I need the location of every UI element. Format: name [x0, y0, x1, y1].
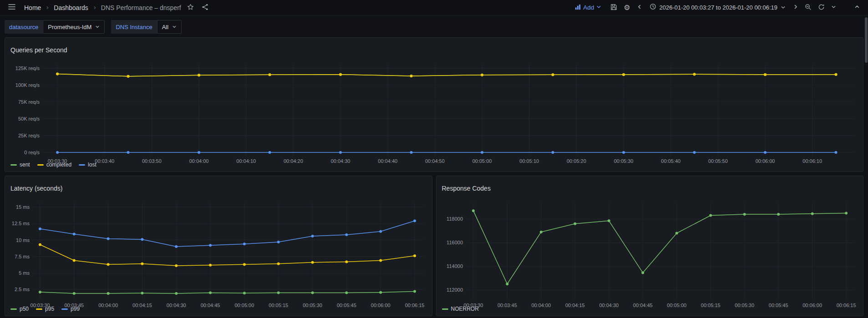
series-point-p50 — [175, 292, 178, 295]
series-point-completed — [835, 73, 838, 76]
series-point-p99 — [379, 230, 382, 233]
x-tick-label: 00:04:20 — [284, 158, 303, 164]
series-point-completed — [269, 73, 271, 76]
x-tick-label: 00:04:15 — [565, 303, 584, 308]
panel-title[interactable]: Queries per Second — [5, 43, 863, 55]
series-line-p50 — [40, 292, 415, 293]
refresh-interval-dropdown[interactable] — [829, 2, 838, 13]
series-point-NOERROR — [574, 222, 576, 225]
zoom-out-time-button[interactable] — [803, 2, 813, 14]
y-tick-label: 125K req/s — [15, 66, 40, 71]
chevron-right-icon — [45, 5, 50, 10]
series-point-lost — [56, 151, 59, 154]
series-point-NOERROR — [845, 212, 848, 215]
series-point-p95 — [311, 261, 314, 264]
add-panel-button[interactable]: Add — [572, 2, 604, 13]
qps-chart[interactable]: 00:03:3000:03:4000:03:5000:04:0000:04:10… — [5, 60, 863, 161]
series-point-p50 — [413, 290, 416, 293]
series-point-completed — [764, 73, 766, 76]
latency-chart[interactable]: 00:03:3000:03:4500:04:0000:04:1500:04:30… — [5, 198, 432, 305]
series-point-p95 — [277, 262, 280, 265]
panel-row: Latency (seconds) 00:03:3000:03:4500:04:… — [5, 176, 863, 316]
variable-dns-instance-label: DNS Instance — [111, 20, 157, 34]
x-tick-label: 00:06:15 — [405, 303, 425, 308]
series-point-p50 — [39, 291, 41, 293]
series-point-p95 — [345, 261, 348, 263]
series-point-p95 — [209, 264, 212, 267]
x-tick-label: 00:04:45 — [201, 303, 220, 308]
time-range-text: 2026-01-20 00:03:27 to 2026-01-20 00:06:… — [660, 4, 778, 11]
zoom-out-icon — [805, 4, 812, 12]
series-point-p99 — [209, 244, 212, 247]
panel-title[interactable]: Latency (seconds) — [5, 182, 432, 193]
series-point-p99 — [73, 233, 76, 236]
x-tick-label: 00:03:30 — [48, 158, 67, 164]
series-point-p50 — [311, 292, 314, 294]
y-tick-label: 116000 — [447, 240, 463, 246]
series-point-NOERROR — [777, 213, 780, 216]
chevron-right-icon — [92, 5, 97, 10]
series-point-p50 — [141, 292, 143, 294]
series-point-p99 — [141, 238, 143, 241]
chevron-down-icon — [781, 4, 786, 12]
y-tick-label: 15 ms — [16, 204, 30, 210]
x-tick-label: 00:04:45 — [633, 303, 652, 308]
variable-dns-instance-dropdown[interactable]: All — [157, 20, 182, 34]
collapse-topbar-button[interactable] — [853, 2, 862, 13]
breadcrumb-dashboards[interactable]: Dashboards — [54, 4, 88, 11]
response-codes-chart[interactable]: 00:03:3000:03:4500:04:0000:04:1500:04:30… — [437, 198, 863, 305]
chart-canvas: 00:03:3000:03:4000:03:5000:04:0000:04:10… — [5, 60, 863, 167]
share-icon — [202, 4, 208, 12]
series-point-NOERROR — [641, 272, 644, 274]
x-tick-label: 00:04:50 — [425, 158, 445, 164]
y-tick-label: 0 req/s — [24, 150, 40, 155]
time-range-picker[interactable]: 2026-01-20 00:03:27 to 2026-01-20 00:06:… — [647, 1, 789, 14]
menu-toggle-button[interactable] — [6, 2, 17, 13]
time-shift-forward-button[interactable] — [791, 2, 800, 13]
series-point-p99 — [39, 227, 41, 230]
series-point-p99 — [277, 241, 280, 243]
series-point-completed — [198, 74, 200, 76]
breadcrumb-home[interactable]: Home — [24, 4, 41, 11]
variable-controls: datasource Prometheus-IdM DNS Instance A… — [5, 20, 863, 34]
refresh-icon — [818, 4, 825, 12]
x-tick-label: 00:05:15 — [269, 303, 288, 308]
x-tick-label: 00:03:30 — [30, 303, 50, 308]
share-dashboard-button[interactable] — [200, 2, 210, 14]
series-point-lost — [552, 151, 554, 154]
x-tick-label: 00:06:10 — [802, 158, 822, 164]
chevron-up-icon — [854, 4, 860, 11]
chevron-left-icon — [637, 4, 642, 11]
y-tick-label: 5 ms — [19, 270, 30, 276]
variable-datasource: datasource Prometheus-IdM — [5, 20, 105, 34]
save-dashboard-button[interactable] — [609, 2, 619, 14]
series-point-p99 — [413, 220, 416, 222]
series-point-completed — [56, 73, 59, 76]
chevron-down-icon — [831, 4, 836, 11]
panel-title[interactable]: Response Codes — [437, 182, 863, 193]
panel-response-codes: Response Codes 00:03:3000:03:4500:04:000… — [436, 176, 864, 316]
series-point-lost — [693, 151, 696, 154]
variable-datasource-dropdown[interactable]: Prometheus-IdM — [43, 20, 105, 34]
series-point-p50 — [345, 292, 348, 294]
x-tick-label: 00:06:00 — [756, 158, 775, 164]
x-tick-label: 00:03:45 — [497, 303, 517, 308]
series-point-p95 — [39, 243, 41, 246]
refresh-button[interactable] — [816, 2, 827, 14]
x-tick-label: 00:05:40 — [661, 158, 680, 164]
series-line-p95 — [40, 245, 415, 266]
series-point-lost — [481, 151, 483, 154]
x-tick-label: 00:04:15 — [132, 303, 152, 308]
time-shift-back-button[interactable] — [635, 2, 644, 13]
favorite-dashboard-button[interactable] — [185, 2, 196, 14]
x-tick-label: 00:04:40 — [378, 158, 397, 164]
y-tick-label: 2.5 ms — [15, 287, 30, 292]
x-tick-label: 00:05:30 — [303, 303, 322, 308]
scrollbar-thumb[interactable] — [865, 17, 868, 63]
x-tick-label: 00:03:50 — [142, 158, 162, 164]
y-tick-label: 7.5 ms — [15, 254, 30, 259]
dashboard-settings-button[interactable]: ⚙ — [622, 2, 632, 13]
series-point-lost — [764, 151, 766, 154]
panel-latency: Latency (seconds) 00:03:3000:03:4500:04:… — [5, 176, 432, 316]
x-tick-label: 00:04:00 — [98, 303, 118, 308]
